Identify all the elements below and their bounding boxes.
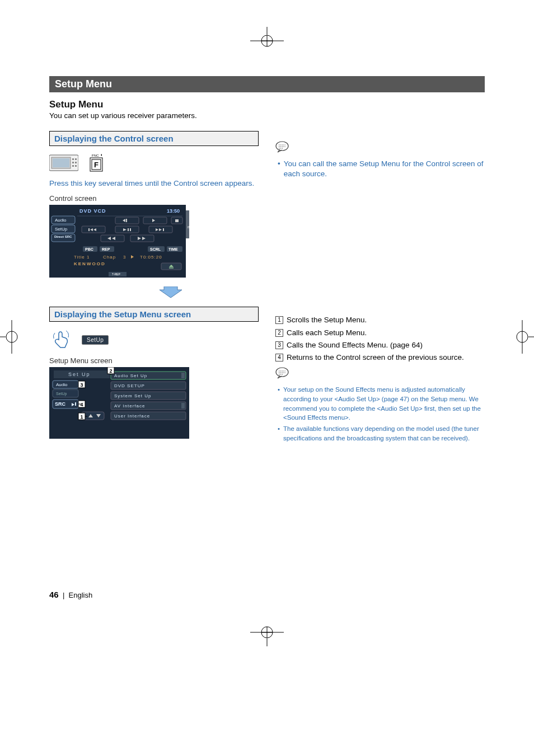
svg-rect-51 xyxy=(130,228,131,231)
setup-menu-screen-label: Setup Menu screen xyxy=(49,356,259,365)
svg-text:AV Interface: AV Interface xyxy=(114,403,145,408)
svg-rect-17 xyxy=(75,162,77,163)
note-bubble-icon xyxy=(275,141,290,153)
svg-rect-14 xyxy=(72,158,74,160)
svg-text:User Interface: User Interface xyxy=(114,414,150,419)
svg-text:IN: IN xyxy=(188,226,189,229)
svg-text:KENWOOD: KENWOOD xyxy=(74,261,106,266)
device-panel-icon xyxy=(49,154,78,172)
svg-text:SRC: SRC xyxy=(55,401,66,407)
callout-num-1: 1 xyxy=(275,316,283,324)
crop-mark-right xyxy=(503,303,534,370)
card-title-setup-menu: Displaying the Setup Menu screen xyxy=(49,307,259,322)
setup-chip: SetUp xyxy=(82,335,109,345)
svg-rect-50 xyxy=(128,228,129,231)
section-title: Setup Menu xyxy=(49,99,485,110)
legend-item: Scrolls the Setup Menu. xyxy=(287,315,367,325)
svg-text:DVD SETUP: DVD SETUP xyxy=(114,383,145,388)
legend-item: Calls each Setup Menu. xyxy=(287,328,367,338)
svg-text:SetUp: SetUp xyxy=(55,227,68,232)
callout-num-4: 4 xyxy=(275,354,283,361)
crop-mark-left xyxy=(0,303,31,370)
svg-text:System Set Up: System Set Up xyxy=(114,393,151,398)
svg-rect-45 xyxy=(88,228,90,231)
crop-mark-bottom xyxy=(233,626,301,646)
svg-text:2: 2 xyxy=(110,368,113,374)
control-screen-mock: IN DVD VCD 13:50 Audio SetUp Direct SRC xyxy=(49,205,189,283)
svg-text:Audio Set Up: Audio Set Up xyxy=(114,373,147,378)
control-screen-label: Control screen xyxy=(49,194,259,203)
notes-block: •Your setup on the Sound Effects menu is… xyxy=(278,385,485,443)
svg-rect-18 xyxy=(72,165,74,167)
svg-text:PBC: PBC xyxy=(85,247,93,251)
svg-rect-44 xyxy=(82,226,105,233)
svg-rect-15 xyxy=(75,158,77,160)
svg-text:13:50: 13:50 xyxy=(167,208,180,214)
callout-legend-list: 1Scrolls the Setup Menu. 2Calls each Set… xyxy=(275,315,485,363)
svg-text:T-REP: T-REP xyxy=(112,273,120,276)
touch-hand-icon xyxy=(49,328,72,351)
legend-item: Returns to the Control screen of the pre… xyxy=(287,353,464,363)
callout-num-3: 3 xyxy=(275,341,283,349)
svg-text:Chap: Chap xyxy=(103,255,116,260)
svg-text:FNC: FNC xyxy=(92,154,99,157)
svg-text:Audio: Audio xyxy=(56,382,68,387)
svg-rect-55 xyxy=(163,228,164,231)
svg-rect-43 xyxy=(175,219,179,222)
svg-text:DVD VCD: DVD VCD xyxy=(79,208,106,214)
svg-text:SetUp: SetUp xyxy=(56,392,67,396)
press-instruction: Press this key several times until the C… xyxy=(49,179,259,189)
section-banner: Setup Menu xyxy=(49,76,485,92)
callout-num-2: 2 xyxy=(275,329,283,337)
svg-rect-26 xyxy=(186,210,189,238)
intro-text: You can set up various receiver paramete… xyxy=(49,111,485,120)
svg-text:3: 3 xyxy=(123,255,126,260)
svg-rect-16 xyxy=(72,162,74,163)
svg-marker-21 xyxy=(101,154,102,156)
setup-menu-screen-mock: Set Up Audio SetUp SRC Audio Set Up DVD … xyxy=(49,367,200,440)
svg-rect-13 xyxy=(53,158,69,167)
svg-text:REP: REP xyxy=(102,247,110,251)
svg-text:SCRL: SCRL xyxy=(150,247,161,251)
svg-point-119 xyxy=(276,142,288,151)
crop-mark-top xyxy=(233,27,301,47)
svg-text:Audio: Audio xyxy=(55,218,67,223)
svg-point-123 xyxy=(276,368,288,377)
note-same-menu: •You can call the same Setup Menu for th… xyxy=(278,159,485,179)
card-title-control-screen: Displaying the Control screen xyxy=(49,131,259,146)
svg-rect-48 xyxy=(115,226,139,233)
svg-rect-19 xyxy=(75,165,77,167)
page-footer: 46 | English xyxy=(49,590,485,599)
svg-text:Direct SRC: Direct SRC xyxy=(54,235,72,238)
svg-rect-102 xyxy=(181,403,185,408)
svg-text:1: 1 xyxy=(81,414,83,420)
svg-text:Set Up: Set Up xyxy=(68,372,91,377)
svg-marker-81 xyxy=(160,287,182,298)
svg-text:TIME: TIME xyxy=(168,247,178,251)
fnc-button-icon: FNC F xyxy=(88,153,104,173)
down-arrow-icon xyxy=(160,287,182,299)
svg-text:F: F xyxy=(94,161,99,169)
svg-rect-92 xyxy=(75,402,76,406)
legend-item: Calls the Sound Effects Menu. (page 64) xyxy=(287,340,423,350)
svg-text:Title 1: Title 1 xyxy=(74,255,90,260)
note-bubble-icon xyxy=(275,367,290,379)
svg-text:T0:05:20: T0:05:20 xyxy=(140,255,162,260)
svg-rect-95 xyxy=(181,373,185,378)
svg-text:3: 3 xyxy=(81,382,83,388)
svg-rect-78 xyxy=(169,267,174,269)
svg-rect-39 xyxy=(126,219,127,222)
